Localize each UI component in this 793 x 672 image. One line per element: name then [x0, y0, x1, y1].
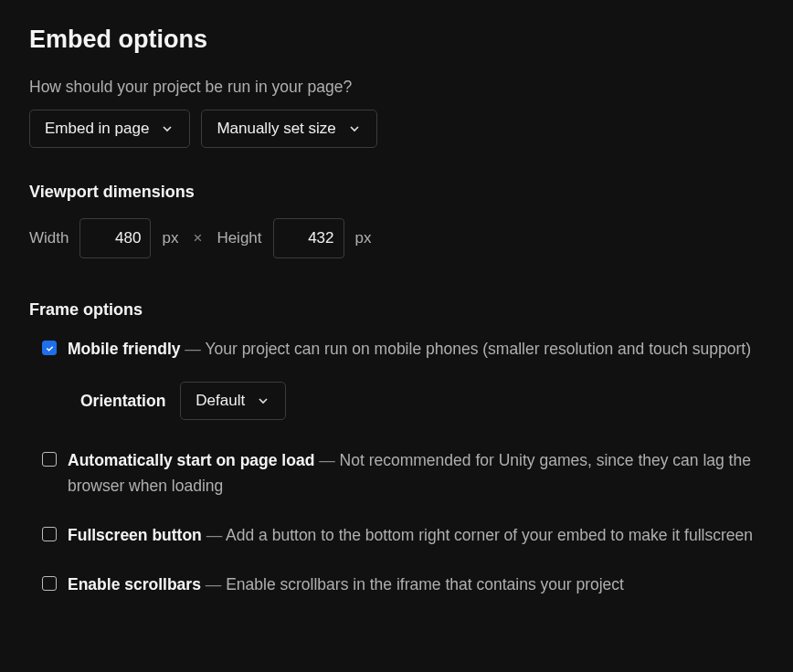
fullscreen-checkbox[interactable]	[42, 527, 57, 541]
width-label: Width	[29, 229, 69, 247]
viewport-dimensions: Width px × Height px	[29, 218, 764, 258]
times-separator: ×	[193, 229, 202, 247]
fullscreen-desc: Add a button to the bottom right corner …	[226, 526, 753, 544]
size-mode-value: Manually set size	[217, 120, 335, 138]
scrollbars-text: Enable scrollbars — Enable scrollbars in…	[68, 572, 624, 597]
frame-header: Frame options	[29, 300, 764, 320]
autostart-option: Automatically start on page load — Not r…	[29, 447, 764, 499]
mobile-friendly-desc: Your project can run on mobile phones (s…	[205, 340, 751, 358]
fullscreen-label: Fullscreen button	[68, 526, 202, 544]
height-unit: px	[355, 229, 372, 247]
mobile-friendly-text: Mobile friendly — Your project can run o…	[68, 336, 751, 362]
scrollbars-option: Enable scrollbars — Enable scrollbars in…	[29, 572, 764, 597]
autostart-checkbox[interactable]	[42, 452, 57, 467]
width-unit: px	[162, 229, 178, 247]
fullscreen-text: Fullscreen button — Add a button to the …	[68, 522, 753, 548]
scrollbars-checkbox[interactable]	[42, 576, 57, 591]
height-label: Height	[217, 229, 261, 247]
mobile-friendly-option: Mobile friendly — Your project can run o…	[29, 336, 764, 362]
width-input[interactable]	[79, 218, 151, 258]
embed-mode-value: Embed in page	[45, 120, 149, 138]
mobile-friendly-label: Mobile friendly	[68, 340, 180, 358]
viewport-header: Viewport dimensions	[29, 183, 764, 202]
size-mode-select[interactable]: Manually set size	[201, 110, 376, 148]
page-title: Embed options	[29, 26, 764, 54]
chevron-down-icon	[256, 394, 270, 408]
autostart-text: Automatically start on page load — Not r…	[68, 447, 764, 499]
chevron-down-icon	[347, 121, 362, 136]
embed-mode-select[interactable]: Embed in page	[29, 110, 190, 148]
embed-prompt: How should your project be run in your p…	[29, 78, 764, 97]
height-input[interactable]	[273, 218, 344, 258]
orientation-select[interactable]: Default	[180, 382, 286, 420]
orientation-row: Orientation Default	[29, 382, 764, 420]
orientation-label: Orientation	[80, 392, 165, 411]
orientation-value: Default	[196, 392, 245, 410]
scrollbars-desc: Enable scrollbars in the iframe that con…	[226, 575, 624, 593]
chevron-down-icon	[160, 121, 174, 136]
mobile-friendly-checkbox[interactable]	[42, 341, 57, 355]
scrollbars-label: Enable scrollbars	[68, 575, 201, 593]
dropdown-row: Embed in page Manually set size	[29, 110, 764, 148]
fullscreen-option: Fullscreen button — Add a button to the …	[29, 522, 764, 548]
autostart-label: Automatically start on page load	[68, 451, 314, 469]
